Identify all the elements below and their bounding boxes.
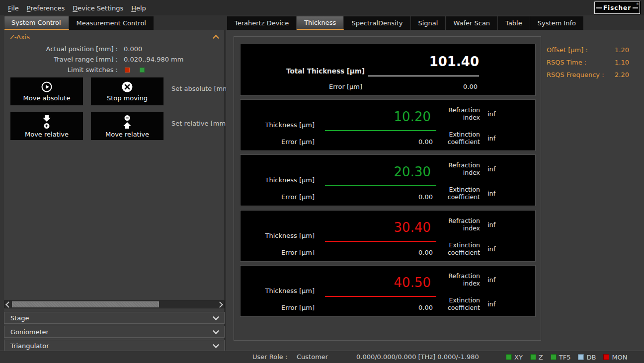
layer-3-box: Thickness [µm] 30.40 Error [µm] 0.00 Ref… xyxy=(240,210,536,262)
move-absolute-button[interactable]: Move absolute xyxy=(10,77,83,106)
xy-label: XY xyxy=(514,354,523,361)
extinction-coefficient-value: inf xyxy=(487,300,495,308)
rsqs-frequency-value: 2.20 xyxy=(615,71,629,78)
offset-value: 1.20 xyxy=(615,46,629,54)
tab-signal[interactable]: Signal xyxy=(411,16,446,30)
extinction-group: Extinction coefficient inf xyxy=(436,186,495,201)
layer-value-underline xyxy=(325,130,436,131)
offset-label: Offset [µm] : xyxy=(547,46,588,54)
travel-range-label: Travel range [mm] : xyxy=(4,56,118,63)
tab-system-control[interactable]: System Control xyxy=(4,16,69,30)
arrow-down-plus-icon xyxy=(41,115,52,129)
menu-help[interactable]: Help xyxy=(127,4,150,12)
set-absolute-label: Set absolute [mm] : xyxy=(171,84,229,93)
indicator-mon: MON xyxy=(603,354,627,361)
scrollbar-right-arrow-icon[interactable] xyxy=(217,301,224,308)
accordion-stage[interactable]: Stage xyxy=(4,312,225,324)
extinction-coefficient-value: inf xyxy=(487,245,495,253)
logo-text: Fischer xyxy=(603,4,631,11)
layer-thickness-label: Thickness [µm] xyxy=(241,287,315,294)
total-value-underline xyxy=(368,75,479,76)
extinction-group: Extinction coefficient inf xyxy=(436,241,495,256)
logo-left-bar xyxy=(596,7,602,8)
app-window: File Preferences Device Settings Help Fi… xyxy=(0,0,644,363)
indicator-db: DB xyxy=(578,354,596,361)
refraction-index-value: inf xyxy=(487,276,495,284)
stop-moving-button[interactable]: Stop moving xyxy=(90,77,164,106)
refraction-group: Refraction index inf xyxy=(436,161,495,176)
accordion-goniometer[interactable]: Goniometer xyxy=(4,326,225,338)
user-role-label: User Role : xyxy=(252,351,287,363)
chevron-down-icon xyxy=(213,314,219,320)
stage-label: Stage xyxy=(10,314,29,322)
extinction-coefficient-value: inf xyxy=(487,190,495,197)
left-tab-bar: System Control Measurement Control xyxy=(4,16,154,30)
menu-preferences[interactable]: Preferences xyxy=(23,4,69,12)
extinction-coefficient-label: Extinction coefficient xyxy=(436,241,480,256)
move-relative-down-button[interactable]: Move relative xyxy=(10,112,83,141)
move-relative-up-button[interactable]: Move relative xyxy=(90,112,164,141)
total-error-label: Error [µm] xyxy=(241,83,362,90)
layer-error-value: 0.00 xyxy=(325,138,433,145)
right-tab-bar: Terahertz Device Thickness SpectralDensi… xyxy=(227,16,584,30)
layer-1-box: Thickness [µm] 10.20 Error [µm] 0.00 Ref… xyxy=(240,99,536,151)
chevron-down-icon xyxy=(213,328,219,334)
tab-measurement-control[interactable]: Measurement Control xyxy=(69,16,154,30)
menu-bar: File Preferences Device Settings Help Fi… xyxy=(0,0,644,16)
goniometer-label: Goniometer xyxy=(10,328,49,336)
menu-file[interactable]: File xyxy=(4,4,23,12)
triangulator-label: Triangulator xyxy=(10,342,49,350)
layer-value-underline xyxy=(325,185,436,186)
tab-thickness[interactable]: Thickness xyxy=(297,16,344,30)
rsqs-frequency-label: RSQS Frequency : xyxy=(547,71,604,78)
travel-range-row: Travel range [mm] : 0.020..94.980 mm xyxy=(4,54,224,65)
scrollbar-thumb[interactable] xyxy=(12,301,159,307)
tab-terahertz-device[interactable]: Terahertz Device xyxy=(227,16,297,30)
logo-right-bar xyxy=(633,7,638,8)
z-axis-readouts: Actual position [mm] : 0.000 Travel rang… xyxy=(4,44,224,75)
extinction-coefficient-label: Extinction coefficient xyxy=(436,186,480,201)
move-relative-up-label: Move relative xyxy=(105,131,149,138)
measurement-settings-info: Offset [µm] : 1.20 RSQS Time : 1.10 RSQS… xyxy=(547,44,629,81)
play-circle-icon xyxy=(41,81,53,93)
tab-table[interactable]: Table xyxy=(498,16,530,30)
layer-thickness-label: Thickness [µm] xyxy=(241,176,315,184)
menu-device-settings[interactable]: Device Settings xyxy=(69,4,127,12)
refraction-index-label: Refraction index xyxy=(436,217,480,232)
xy-status-square xyxy=(506,354,512,360)
total-error-value: 0.00 xyxy=(368,83,478,90)
layer-thickness-value: 40.50 xyxy=(320,276,431,289)
z-axis-title: Z-Axis xyxy=(10,33,30,41)
total-thickness-box: Total Thickness [µm] 101.40 Error [µm] 0… xyxy=(240,44,536,96)
refraction-index-label: Refraction index xyxy=(436,272,480,287)
tab-system-info[interactable]: System Info xyxy=(530,16,584,30)
layer-value-underline xyxy=(325,296,436,297)
refraction-index-value: inf xyxy=(487,110,495,118)
z-axis-section-header[interactable]: Z-Axis xyxy=(4,31,224,43)
tab-spectraldensity[interactable]: SpectralDensity xyxy=(344,16,410,30)
mon-label: MON xyxy=(612,354,627,361)
status-indicators: XY Z TF5 DB MON xyxy=(506,351,628,363)
layer-error-label: Error [µm] xyxy=(241,304,315,311)
user-role-value: Customer xyxy=(297,351,328,363)
chevron-down-icon xyxy=(213,342,219,348)
rsqs-time-label: RSQS Time : xyxy=(547,59,586,66)
extinction-coefficient-label: Extinction coefficient xyxy=(436,131,480,145)
layer-2-box: Thickness [µm] 20.30 Error [µm] 0.00 Ref… xyxy=(240,154,536,206)
set-relative-label: Set relative [mm] : xyxy=(171,119,229,128)
refraction-index-label: Refraction index xyxy=(436,161,480,176)
layer-error-label: Error [µm] xyxy=(241,249,315,256)
fischer-logo: Fischer ® xyxy=(594,1,640,14)
extinction-coefficient-value: inf xyxy=(487,135,495,142)
layer-error-label: Error [µm] xyxy=(241,193,315,201)
extinction-coefficient-label: Extinction coefficient xyxy=(436,296,480,311)
chevron-up-icon xyxy=(213,35,219,41)
scrollbar-left-arrow-icon[interactable] xyxy=(4,301,11,308)
tab-wafer-scan[interactable]: Wafer Scan xyxy=(446,16,498,30)
accordion-triangulator[interactable]: Triangulator xyxy=(4,340,225,352)
layer-error-value: 0.00 xyxy=(325,249,433,256)
horizontal-scrollbar[interactable] xyxy=(4,300,225,308)
layer-thickness-value: 10.20 xyxy=(320,110,431,123)
rsqs-frequency-row: RSQS Frequency : 2.20 xyxy=(547,69,629,81)
registered-mark: ® xyxy=(636,2,639,5)
